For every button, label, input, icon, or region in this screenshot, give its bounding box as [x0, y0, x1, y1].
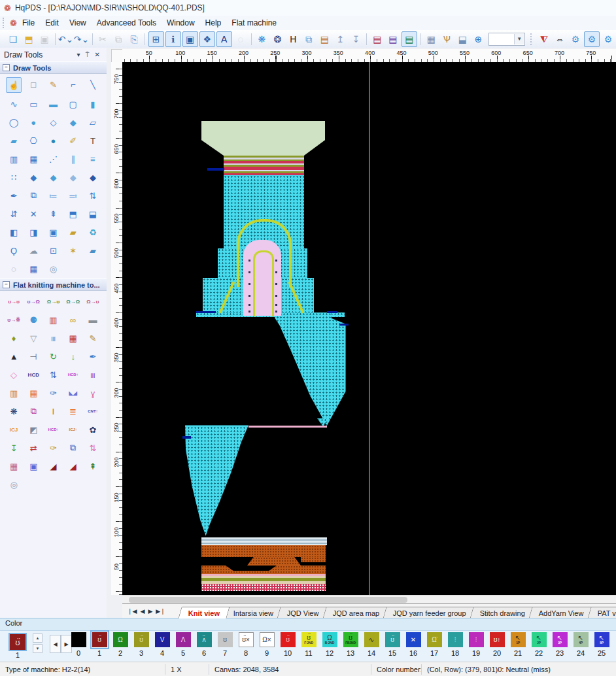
frame-bottom-tool[interactable]: ⬓ [86, 207, 100, 221]
select-hand-tool[interactable]: ☝ [6, 77, 22, 93]
polygon-outline-tool[interactable]: ⎔ [26, 133, 41, 148]
pink-transfer-tool[interactable]: ⇅ [86, 441, 100, 455]
draw-tools-section-header[interactable]: − Draw Tools [0, 61, 107, 74]
transfer-release-tool[interactable]: ʊ→※ [7, 313, 21, 327]
snowflake-tool-button[interactable]: ❋ [254, 32, 269, 46]
color-swatch-7[interactable]: ʊ7 [214, 632, 235, 657]
line-tool[interactable]: ╲ [86, 77, 100, 92]
eraser-tool[interactable]: ▰ [86, 243, 100, 258]
menu-flat-machine[interactable]: Flat machine [226, 17, 282, 29]
frame-left-tool[interactable]: ◧ [7, 225, 21, 239]
frame-all-tool[interactable]: ▣ [46, 225, 60, 239]
bed-slope-tool[interactable]: ◩ [26, 422, 41, 437]
crop-frame-tool[interactable]: ⊡ [46, 243, 60, 258]
horizontal-scrollbar[interactable] [122, 595, 616, 604]
color-swatch-18[interactable]: ⁝18 [445, 632, 466, 657]
grid-cells-tool[interactable]: ▦ [26, 262, 41, 276]
menu-advanceed-tools[interactable]: Advanceed Tools [92, 17, 162, 29]
color-swatch-8[interactable]: ʊ̈×8 [235, 632, 256, 657]
menu-view[interactable]: View [64, 17, 92, 29]
pattern-canvas[interactable] [122, 62, 616, 595]
color-swatch-14[interactable]: ∿14 [361, 632, 382, 657]
tab-nav-last-button[interactable]: ▶❘ [156, 608, 165, 615]
tab-pat-view[interactable]: PAT view [588, 607, 616, 618]
color-swatch-24[interactable]: ↖4P24 [570, 632, 591, 657]
lasso-region-tool[interactable]: ◌ [7, 262, 21, 276]
tab-addyarn-view[interactable]: AddYarn View [529, 607, 594, 618]
zoom-search-tool[interactable]: Ϙ [7, 243, 21, 258]
gold-knot-tool[interactable]: ∞ [66, 313, 80, 327]
new-file-button[interactable]: ❏ [6, 32, 20, 46]
paste-button[interactable]: ⎘ [127, 32, 141, 46]
color-swatch-13[interactable]: ʊ̈FB2ND13 [340, 632, 361, 657]
twin-triangles-tool[interactable]: ◣◢ [66, 386, 80, 400]
target-tool[interactable]: ◎ [46, 262, 60, 276]
color-swatch-9[interactable]: Ω×9 [256, 632, 277, 657]
collapse-icon[interactable]: − [3, 281, 10, 288]
scrollbar-thumb[interactable] [129, 597, 407, 603]
bucket-fill-4-tool[interactable]: ◆ [86, 170, 100, 184]
bucket-fill-3-tool[interactable]: ◆ [66, 170, 80, 184]
gear-settings-button[interactable]: ⚙ [584, 31, 600, 47]
color-swatch-17[interactable]: Ω̈17 [424, 632, 445, 657]
rect-outline-tool[interactable]: ▭ [26, 97, 41, 111]
ellipse-filled-tool[interactable]: ● [26, 115, 41, 129]
collar-motif-tool[interactable]: ♦ [7, 331, 21, 345]
stripes-v-tool[interactable]: ▥ [7, 152, 21, 166]
magic-wand-tool[interactable]: ✶ [66, 243, 80, 258]
transfer-front-to-bed-tool[interactable]: ʊ→Ω [26, 294, 41, 309]
target-dial-tool[interactable]: ◎ [7, 477, 21, 492]
needle-j-tool[interactable]: ✑ [46, 386, 60, 400]
roundrect-outline-tool[interactable]: ▢ [66, 97, 80, 111]
machine-tools-section-header[interactable]: − Flat knitting machine to... [0, 279, 107, 291]
color-swatch-25[interactable]: ↖5P25 [591, 632, 612, 657]
grid-toggle-button[interactable]: ⊞ [148, 31, 164, 47]
doc-gold-brush-tool[interactable]: ✑ [46, 441, 60, 455]
tab-jqd-view[interactable]: JQD View [277, 607, 330, 618]
distribute-v2-tool[interactable]: ⇵ [7, 207, 21, 221]
copy-area-tool[interactable]: ⧉ [26, 188, 41, 203]
import-button[interactable]: ↥ [333, 32, 347, 46]
needle-strip-tool[interactable]: ▥ [46, 313, 60, 327]
glow-select-tool[interactable]: ▣ [26, 459, 41, 473]
row-updown-tool[interactable]: ⇅ [46, 367, 60, 382]
icj-up-tool[interactable]: ICJ↑ [66, 422, 80, 437]
column-bars-tool[interactable]: ∥ [66, 152, 80, 166]
tab-intarsia-view[interactable]: Intarsia view [223, 607, 283, 618]
dot-diagonal-tool[interactable]: ⋰ [46, 152, 60, 166]
color-swatch-15[interactable]: ʊ̈15 [382, 632, 403, 657]
color-spin-up-button[interactable]: ▲ [33, 634, 43, 643]
stair-wedge-tool[interactable]: ◢ [46, 459, 60, 473]
polygon-filled-tool[interactable]: ● [46, 133, 60, 148]
color-picker-tool[interactable]: ✐ [66, 133, 80, 148]
dotted-band-tool[interactable]: ▦ [7, 459, 21, 473]
panel-pin-icon[interactable]: ⍑ [83, 51, 92, 59]
swap-cells-tool[interactable]: ⇄ [26, 441, 41, 455]
jacquard-circle-tool[interactable]: ✿ [86, 422, 100, 437]
block-grid-tool[interactable]: ∷ [7, 170, 21, 184]
color-swatch-3[interactable]: ʊ̈3 [131, 632, 152, 657]
orange-grid-tool[interactable]: ▦ [26, 386, 41, 400]
color-swatch-20[interactable]: ʊ↑20 [487, 632, 507, 657]
open-file-button[interactable]: ⬒ [22, 32, 36, 46]
select-rect-tool[interactable]: □ [26, 77, 41, 92]
parallelogram-filled-tool[interactable]: ▰ [7, 133, 21, 148]
color-spin-down-button[interactable]: ▼ [33, 644, 43, 653]
rect-filled-tool[interactable]: ▬ [46, 97, 60, 111]
bucket-fill-1-tool[interactable]: ◆ [26, 170, 41, 184]
tab-jqd-area-map[interactable]: JQD area map [322, 607, 390, 618]
ellipse-outline-tool[interactable]: ◯ [7, 115, 21, 129]
text-tool[interactable]: T [86, 133, 100, 148]
layer-view-3-button[interactable]: ▤ [402, 31, 417, 47]
tab-nav-prev-button[interactable]: ◀ [140, 608, 145, 615]
filter-warning-button[interactable]: ⧨ [537, 32, 551, 46]
loop-pink-tool[interactable]: ɣ [86, 386, 100, 400]
linked-frames-tool[interactable]: ⧉ [66, 441, 80, 455]
layer-view-1-button[interactable]: ▤ [370, 32, 385, 46]
transfer-back-to-front-tool[interactable]: Ω→ʊ [46, 294, 60, 309]
diamond-outline-tool[interactable]: ◇ [46, 115, 60, 129]
overlap-squares-tool[interactable]: ⧉ [26, 404, 41, 418]
color-swatch-11[interactable]: ʊ̈F-2ND11 [298, 632, 319, 657]
transfer-both-tool[interactable]: Ω→ʊ [86, 294, 100, 309]
row-mark-tool[interactable]: ⇞ [46, 207, 60, 221]
